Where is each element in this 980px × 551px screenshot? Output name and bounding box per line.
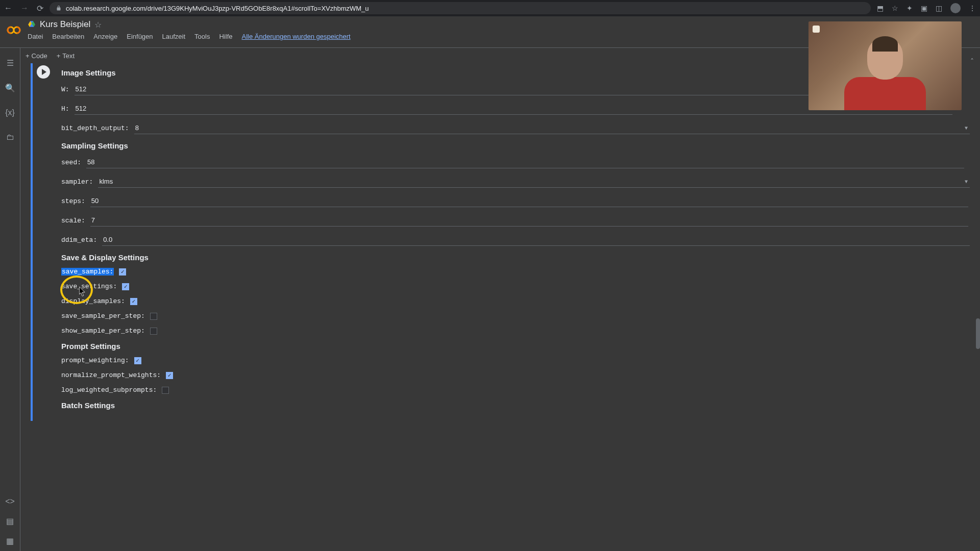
bookmark-icon[interactable]: ☆ <box>892 4 898 12</box>
search-icon[interactable]: 🔍 <box>5 83 15 93</box>
select-sampler[interactable] <box>98 176 970 188</box>
input-ddim-eta[interactable] <box>102 234 970 246</box>
menu-datei[interactable]: Datei <box>28 33 43 40</box>
toc-icon[interactable]: ☰ <box>7 58 14 68</box>
notebook-cell: Image Settings W: H: bit_depth_output: ▼… <box>31 63 980 421</box>
chevron-down-icon[interactable]: ▼ <box>965 126 968 131</box>
label-save-samples: save_samples: <box>61 268 114 276</box>
checkbox-show-per-step[interactable] <box>150 328 157 335</box>
colab-logo-icon <box>6 22 21 38</box>
menu-laufzeit[interactable]: Laufzeit <box>162 33 186 40</box>
label-show-per-step: show_sample_per_step: <box>61 327 145 335</box>
label-w: W: <box>61 86 69 93</box>
variables-icon[interactable]: {x} <box>5 108 15 117</box>
left-sidebar: ☰ 🔍 {x} 🗀 <> ▤ ▦ <box>0 48 20 551</box>
label-sampler: sampler: <box>61 178 93 186</box>
menu-einfuegen[interactable]: Einfügen <box>127 33 153 40</box>
label-log-subprompts: log_weighted_subprompts: <box>61 386 157 394</box>
menu-icon[interactable]: ⋮ <box>969 4 976 12</box>
notebook-title[interactable]: Kurs Beispiel <box>40 19 90 30</box>
input-steps[interactable] <box>90 195 968 207</box>
checkbox-log-subprompts[interactable] <box>162 387 169 394</box>
input-scale[interactable] <box>90 214 968 227</box>
label-steps: steps: <box>61 197 85 205</box>
plus-icon: + <box>26 52 30 60</box>
menu-bearbeiten[interactable]: Bearbeiten <box>52 33 84 40</box>
label-bit-depth: bit_depth_output: <box>61 124 129 132</box>
label-h: H: <box>61 105 69 113</box>
label-save-settings: save_settings: <box>61 283 117 290</box>
checkbox-save-per-step[interactable] <box>150 313 157 320</box>
plus-icon: + <box>57 52 61 60</box>
more-icon[interactable]: ▦ <box>6 536 14 546</box>
reload-icon[interactable]: ⟳ <box>37 4 43 13</box>
section-save-display: Save & Display Settings <box>61 253 970 262</box>
section-sampling-settings: Sampling Settings <box>61 141 970 150</box>
menu-hilfe[interactable]: Hilfe <box>219 33 232 40</box>
label-prompt-weighting: prompt_weighting: <box>61 357 129 364</box>
label-scale: scale: <box>61 217 85 224</box>
url-bar[interactable]: colab.research.google.com/drive/13G9KHyM… <box>50 2 871 14</box>
menu-tools[interactable]: Tools <box>194 33 210 40</box>
scrollbar[interactable] <box>976 318 980 349</box>
main-content: Image Settings W: H: bit_depth_output: ▼… <box>20 63 980 551</box>
browser-chrome: ← → ⟳ colab.research.google.com/drive/13… <box>0 0 980 16</box>
files-icon[interactable]: 🗀 <box>6 133 14 142</box>
url-text: colab.research.google.com/drive/13G9KHyM… <box>66 5 369 12</box>
forward-icon[interactable]: → <box>20 4 29 13</box>
select-bit-depth[interactable] <box>134 122 970 134</box>
section-batch-settings: Batch Settings <box>61 401 970 410</box>
label-display-samples: display_samples: <box>61 297 125 305</box>
checkbox-save-settings[interactable] <box>122 283 129 290</box>
add-code-button[interactable]: +Code <box>26 52 47 60</box>
checkbox-prompt-weighting[interactable] <box>134 357 141 364</box>
label-ddim-eta: ddim_eta: <box>61 236 97 244</box>
code-snippet-icon[interactable]: <> <box>5 497 15 506</box>
webcam-overlay <box>808 21 962 110</box>
add-text-button[interactable]: +Text <box>57 52 75 60</box>
label-seed: seed: <box>61 159 81 166</box>
label-normalize-weights: normalize_prompt_weights: <box>61 371 161 379</box>
drive-icon <box>28 20 36 29</box>
back-icon[interactable]: ← <box>4 4 12 13</box>
lock-icon <box>56 5 62 11</box>
extension-icon[interactable]: ▣ <box>921 4 927 12</box>
panel-icon[interactable]: ◫ <box>936 4 942 12</box>
save-status[interactable]: Alle Änderungen wurden gespeichert <box>241 33 350 40</box>
section-prompt-settings: Prompt Settings <box>61 342 970 350</box>
run-cell-button[interactable] <box>37 65 50 79</box>
checkbox-normalize-weights[interactable] <box>166 372 173 379</box>
install-icon[interactable]: ⬒ <box>877 4 884 12</box>
checkbox-save-samples[interactable] <box>119 268 126 276</box>
menu-anzeige[interactable]: Anzeige <box>93 33 117 40</box>
chevron-down-icon[interactable]: ▼ <box>965 179 968 185</box>
avatar-icon[interactable] <box>950 3 961 13</box>
checkbox-display-samples[interactable] <box>130 298 137 305</box>
star-icon[interactable]: ☆ <box>94 20 102 30</box>
input-seed[interactable] <box>86 156 964 168</box>
terminal-icon[interactable]: ▤ <box>6 516 14 526</box>
label-save-per-step: save_sample_per_step: <box>61 312 145 320</box>
extensions-icon[interactable]: ✦ <box>906 4 913 12</box>
